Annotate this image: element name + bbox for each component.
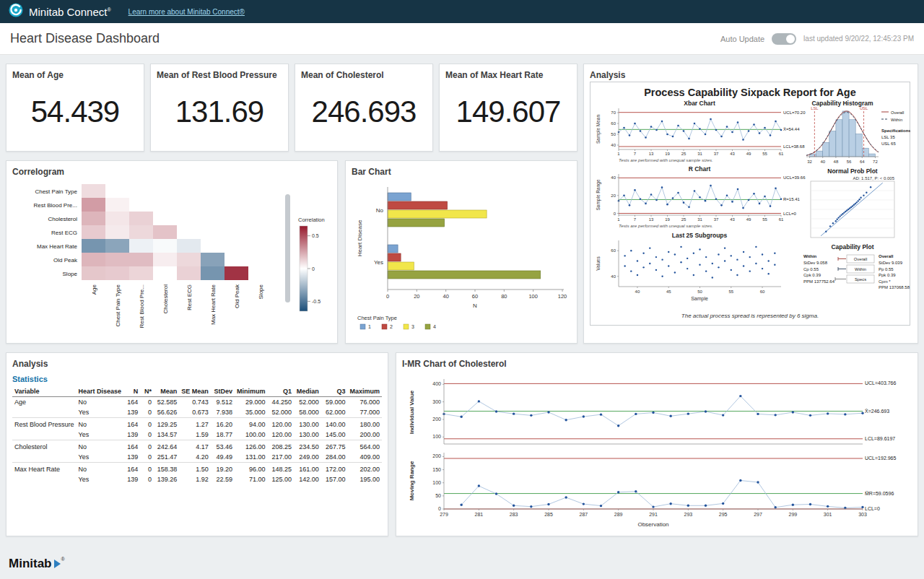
svg-text:Cholesterol: Cholesterol xyxy=(162,284,169,314)
svg-text:Within: Within xyxy=(803,254,817,258)
svg-text:R Chart: R Chart xyxy=(689,165,711,173)
svg-text:Pp 0.55: Pp 0.55 xyxy=(879,267,894,271)
svg-text:LSL 35: LSL 35 xyxy=(881,135,895,139)
svg-text:72: 72 xyxy=(873,160,878,164)
stats-cell: 139 xyxy=(123,452,140,463)
svg-text:49: 49 xyxy=(746,217,751,222)
auto-update-toggle[interactable] xyxy=(772,33,796,45)
svg-text:283: 283 xyxy=(510,512,518,517)
svg-text:37: 37 xyxy=(714,152,719,156)
svg-text:Within: Within xyxy=(855,267,866,271)
svg-text:Sample: Sample xyxy=(691,296,708,302)
svg-text:60: 60 xyxy=(760,290,765,294)
stats-cell: 7.938 xyxy=(211,407,235,418)
auto-update-label: Auto Update xyxy=(720,35,764,43)
svg-text:Rest ECG: Rest ECG xyxy=(186,284,193,310)
svg-text:0: 0 xyxy=(386,293,389,300)
svg-text:Capability Plot: Capability Plot xyxy=(831,243,873,251)
svg-text:Max Heart Rate: Max Heart Rate xyxy=(210,284,217,325)
svg-text:Process Capability Sixpack Rep: Process Capability Sixpack Report for Ag… xyxy=(644,87,856,98)
svg-text:25: 25 xyxy=(681,217,687,222)
svg-text:The actual process spread is r: The actual process spread is represented… xyxy=(681,313,819,319)
footer-chevron-icon xyxy=(54,560,61,568)
stats-column-header: Heart Disease xyxy=(77,386,124,397)
svg-text:40: 40 xyxy=(611,175,616,180)
stats-cell: 49.49 xyxy=(211,452,235,463)
stats-cell: 157.00 xyxy=(321,474,348,484)
correlogram-scrollbar[interactable] xyxy=(285,194,290,302)
stats-cell: 126.00 xyxy=(235,440,268,453)
svg-text:285: 285 xyxy=(544,512,553,517)
stats-cell: Max Heart Rate xyxy=(12,463,77,475)
learn-more-link[interactable]: Learn more about Minitab Connect® xyxy=(128,8,245,16)
stats-cell: 52.000 xyxy=(267,407,294,418)
stats-cell: 200.00 xyxy=(347,430,382,440)
stats-cell: 19.20 xyxy=(211,463,235,475)
stats-cell: 62.000 xyxy=(321,407,348,418)
stats-cell: 1.50 xyxy=(179,463,211,475)
svg-text:LSL: LSL xyxy=(811,106,819,110)
svg-text:55: 55 xyxy=(762,217,767,222)
svg-text:LCL=0: LCL=0 xyxy=(783,212,797,216)
stats-cell: 22.59 xyxy=(211,474,235,484)
stats-cell: 409.00 xyxy=(347,452,382,463)
stats-cell: 234.50 xyxy=(294,440,321,453)
svg-text:45: 45 xyxy=(666,290,671,294)
stats-row: Yes1390134.571.5918.77100.00120.00130.00… xyxy=(12,430,382,440)
stats-cell: 76.000 xyxy=(347,397,382,408)
stats-cell: 77.000 xyxy=(347,407,382,418)
stats-cell: 161.00 xyxy=(294,463,321,475)
stats-cell: 130.00 xyxy=(294,430,321,440)
panel-title-stats-analysis: Analysis xyxy=(12,359,382,369)
stats-row: Yes1390139.261.9222.5971.00125.00142.001… xyxy=(12,474,382,484)
svg-text:287: 287 xyxy=(579,512,588,517)
stats-cell: No xyxy=(77,440,124,453)
svg-text:Normal Prob Plot: Normal Prob Plot xyxy=(827,167,878,175)
svg-text:PPM 137752.64: PPM 137752.64 xyxy=(803,279,835,284)
svg-text:Slope: Slope xyxy=(258,284,264,299)
stats-cell: 18.77 xyxy=(211,430,235,440)
svg-text:Overall: Overall xyxy=(879,254,894,258)
stats-column-header: Maximum xyxy=(347,386,382,397)
brand-title: Minitab Connect® xyxy=(29,6,111,18)
stats-column-header: N* xyxy=(140,386,154,397)
stats-row: Max Heart RateNo1640158.381.5019.2096.00… xyxy=(12,463,382,475)
stats-cell xyxy=(12,474,77,484)
stats-row: AgeNo164052.5850.7439.51229.00044.25052.… xyxy=(12,397,382,408)
svg-text:Yes: Yes xyxy=(374,259,383,266)
svg-text:Last 25 Subgroups: Last 25 Subgroups xyxy=(672,232,728,239)
stats-cell: 242.64 xyxy=(154,440,179,453)
stats-column-header: Variable xyxy=(12,386,77,397)
svg-text:55: 55 xyxy=(728,290,733,294)
svg-text:32: 32 xyxy=(807,160,812,164)
stats-row: CholesterolNo1640242.644.1753.46126.0020… xyxy=(12,440,382,453)
stats-cell: 180.00 xyxy=(347,418,382,430)
statistics-table-el: VariableHeart DiseaseNN*MeanSE MeanStDev… xyxy=(12,386,382,484)
svg-text:USL 65: USL 65 xyxy=(881,142,896,146)
kpi-card-mean-cholesterol: Mean of Cholesterol 246.693 xyxy=(295,64,433,152)
stats-cell: 52.000 xyxy=(294,397,321,408)
svg-text:293: 293 xyxy=(684,512,692,517)
stats-cell: 120.00 xyxy=(267,418,294,430)
svg-text:Rest Blood Pre...: Rest Blood Pre... xyxy=(139,284,145,328)
statistics-analysis-panel: Analysis Statistics VariableHeart Diseas… xyxy=(6,352,388,536)
svg-text:Old Peak: Old Peak xyxy=(53,257,78,264)
svg-text:299: 299 xyxy=(788,512,797,517)
correlogram-heatmap: Chest Pain TypeRest Blood Pre...Choleste… xyxy=(12,178,330,336)
stats-column-header: StDev xyxy=(211,386,235,397)
svg-text:60: 60 xyxy=(611,248,616,253)
stats-cell: 56.626 xyxy=(154,407,179,418)
svg-text:279: 279 xyxy=(440,512,448,517)
svg-text:M̄R=59.0596: M̄R=59.0596 xyxy=(865,491,894,496)
svg-text:43: 43 xyxy=(730,217,735,222)
svg-text:Heart Disease: Heart Disease xyxy=(357,219,363,256)
svg-text:297: 297 xyxy=(754,512,762,517)
panel-title-imr: I-MR Chart of Cholesterol xyxy=(402,359,912,369)
stats-cell: 217.00 xyxy=(267,452,294,463)
stats-cell: 129.25 xyxy=(154,418,179,430)
stats-cell: 131.00 xyxy=(235,452,268,463)
svg-text:31: 31 xyxy=(697,217,702,222)
svg-text:Cp 0.55: Cp 0.55 xyxy=(803,267,819,271)
stats-cell: 208.25 xyxy=(267,440,294,453)
svg-text:StDev 9.058: StDev 9.058 xyxy=(803,261,828,265)
